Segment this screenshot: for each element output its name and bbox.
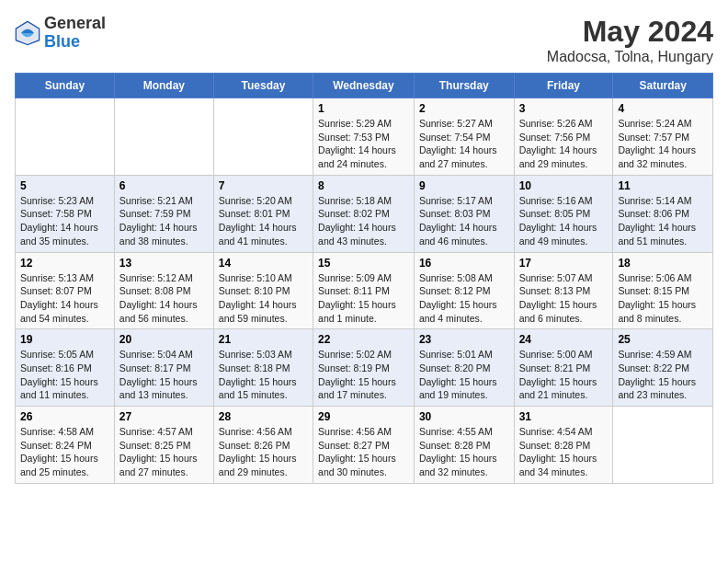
day-info: Sunrise: 5:16 AM Sunset: 8:05 PM Dayligh…: [519, 194, 609, 248]
calendar-cell: 5Sunrise: 5:23 AM Sunset: 7:58 PM Daylig…: [16, 175, 115, 252]
calendar-cell: [213, 98, 313, 176]
day-number: 4: [618, 102, 708, 115]
calendar-cell: 16Sunrise: 5:08 AM Sunset: 8:12 PM Dayli…: [414, 252, 514, 329]
day-number: 28: [219, 410, 308, 423]
day-info: Sunrise: 5:24 AM Sunset: 7:57 PM Dayligh…: [618, 117, 708, 171]
title-block: May 2024 Madocsa, Tolna, Hungary: [547, 15, 713, 65]
day-info: Sunrise: 5:08 AM Sunset: 8:12 PM Dayligh…: [419, 271, 509, 326]
day-number: 29: [318, 410, 409, 423]
day-info: Sunrise: 5:26 AM Sunset: 7:56 PM Dayligh…: [519, 117, 609, 171]
day-info: Sunrise: 5:03 AM Sunset: 8:18 PM Dayligh…: [219, 348, 308, 402]
calendar-cell: 3Sunrise: 5:26 AM Sunset: 7:56 PM Daylig…: [514, 98, 613, 176]
day-info: Sunrise: 4:55 AM Sunset: 8:28 PM Dayligh…: [419, 425, 509, 479]
day-info: Sunrise: 5:02 AM Sunset: 8:19 PM Dayligh…: [318, 348, 409, 402]
calendar-cell: 18Sunrise: 5:06 AM Sunset: 8:15 PM Dayli…: [613, 252, 713, 329]
calendar-title: May 2024: [547, 15, 713, 49]
calendar-cell: 8Sunrise: 5:18 AM Sunset: 8:02 PM Daylig…: [313, 175, 415, 252]
day-number: 20: [119, 333, 209, 346]
day-number: 6: [119, 179, 209, 192]
day-number: 14: [219, 257, 308, 270]
day-info: Sunrise: 5:18 AM Sunset: 8:02 PM Dayligh…: [318, 194, 409, 248]
calendar-cell: 23Sunrise: 5:01 AM Sunset: 8:20 PM Dayli…: [414, 329, 514, 407]
calendar-week-row: 12Sunrise: 5:13 AM Sunset: 8:07 PM Dayli…: [16, 252, 713, 329]
day-info: Sunrise: 4:56 AM Sunset: 8:27 PM Dayligh…: [318, 425, 409, 479]
calendar-cell: 9Sunrise: 5:17 AM Sunset: 8:03 PM Daylig…: [414, 175, 514, 252]
page-header: General Blue May 2024 Madocsa, Tolna, Hu…: [15, 15, 713, 65]
day-info: Sunrise: 5:21 AM Sunset: 7:59 PM Dayligh…: [119, 194, 209, 248]
day-info: Sunrise: 4:54 AM Sunset: 8:28 PM Dayligh…: [519, 425, 609, 479]
calendar-cell: [114, 98, 213, 176]
day-number: 3: [519, 102, 609, 115]
day-info: Sunrise: 5:14 AM Sunset: 8:06 PM Dayligh…: [618, 194, 708, 248]
calendar-cell: 28Sunrise: 4:56 AM Sunset: 8:26 PM Dayli…: [213, 407, 313, 484]
day-info: Sunrise: 4:58 AM Sunset: 8:24 PM Dayligh…: [20, 425, 109, 479]
day-number: 23: [419, 333, 509, 346]
day-number: 2: [419, 102, 509, 115]
logo-text: General Blue: [44, 15, 106, 52]
day-number: 12: [20, 257, 109, 270]
day-number: 22: [318, 333, 409, 346]
day-number: 13: [119, 257, 209, 270]
calendar-cell: 4Sunrise: 5:24 AM Sunset: 7:57 PM Daylig…: [613, 98, 713, 176]
calendar-cell: 21Sunrise: 5:03 AM Sunset: 8:18 PM Dayli…: [213, 329, 313, 407]
day-info: Sunrise: 5:06 AM Sunset: 8:15 PM Dayligh…: [618, 271, 708, 326]
calendar-cell: 30Sunrise: 4:55 AM Sunset: 8:28 PM Dayli…: [414, 407, 514, 484]
weekday-header: Sunday: [16, 74, 115, 98]
day-number: 21: [219, 333, 308, 346]
calendar-cell: 6Sunrise: 5:21 AM Sunset: 7:59 PM Daylig…: [114, 175, 213, 252]
day-number: 19: [20, 333, 109, 346]
logo-line1: General: [44, 15, 106, 33]
calendar-cell: 7Sunrise: 5:20 AM Sunset: 8:01 PM Daylig…: [213, 175, 313, 252]
day-number: 9: [419, 179, 509, 192]
calendar-cell: 31Sunrise: 4:54 AM Sunset: 8:28 PM Dayli…: [514, 407, 613, 484]
day-info: Sunrise: 5:05 AM Sunset: 8:16 PM Dayligh…: [20, 348, 109, 402]
day-number: 15: [318, 257, 409, 270]
calendar-week-row: 19Sunrise: 5:05 AM Sunset: 8:16 PM Dayli…: [16, 329, 713, 407]
calendar-cell: 25Sunrise: 4:59 AM Sunset: 8:22 PM Dayli…: [613, 329, 713, 407]
day-number: 7: [219, 179, 308, 192]
day-number: 11: [618, 179, 708, 192]
day-number: 27: [119, 410, 209, 423]
day-number: 30: [419, 410, 509, 423]
calendar-cell: 27Sunrise: 4:57 AM Sunset: 8:25 PM Dayli…: [114, 407, 213, 484]
day-number: 25: [618, 333, 708, 346]
day-info: Sunrise: 5:20 AM Sunset: 8:01 PM Dayligh…: [219, 194, 308, 248]
logo-line2: Blue: [44, 33, 106, 52]
day-info: Sunrise: 5:17 AM Sunset: 8:03 PM Dayligh…: [419, 194, 509, 248]
day-info: Sunrise: 5:29 AM Sunset: 7:53 PM Dayligh…: [318, 117, 409, 171]
calendar-week-row: 26Sunrise: 4:58 AM Sunset: 8:24 PM Dayli…: [16, 407, 713, 484]
calendar-cell: 24Sunrise: 5:00 AM Sunset: 8:21 PM Dayli…: [514, 329, 613, 407]
day-info: Sunrise: 5:13 AM Sunset: 8:07 PM Dayligh…: [20, 271, 109, 326]
weekday-header: Tuesday: [213, 74, 313, 98]
calendar-cell: 10Sunrise: 5:16 AM Sunset: 8:05 PM Dayli…: [514, 175, 613, 252]
weekday-header: Saturday: [613, 74, 713, 98]
day-info: Sunrise: 5:00 AM Sunset: 8:21 PM Dayligh…: [519, 348, 609, 402]
calendar-subtitle: Madocsa, Tolna, Hungary: [547, 49, 713, 65]
day-number: 24: [519, 333, 609, 346]
calendar-cell: 26Sunrise: 4:58 AM Sunset: 8:24 PM Dayli…: [16, 407, 115, 484]
day-info: Sunrise: 5:23 AM Sunset: 7:58 PM Dayligh…: [20, 194, 109, 248]
day-info: Sunrise: 4:56 AM Sunset: 8:26 PM Dayligh…: [219, 425, 308, 479]
calendar-cell: 14Sunrise: 5:10 AM Sunset: 8:10 PM Dayli…: [213, 252, 313, 329]
day-info: Sunrise: 5:10 AM Sunset: 8:10 PM Dayligh…: [219, 271, 308, 326]
day-number: 31: [519, 410, 609, 423]
calendar-cell: 12Sunrise: 5:13 AM Sunset: 8:07 PM Dayli…: [16, 252, 115, 329]
weekday-header-row: SundayMondayTuesdayWednesdayThursdayFrid…: [16, 74, 713, 98]
day-number: 17: [519, 257, 609, 270]
calendar-cell: [16, 98, 115, 176]
day-number: 10: [519, 179, 609, 192]
calendar-week-row: 1Sunrise: 5:29 AM Sunset: 7:53 PM Daylig…: [16, 98, 713, 176]
day-number: 18: [618, 257, 708, 270]
day-number: 8: [318, 179, 409, 192]
weekday-header: Monday: [114, 74, 213, 98]
day-number: 1: [318, 102, 409, 115]
weekday-header: Thursday: [414, 74, 514, 98]
weekday-header: Wednesday: [313, 74, 415, 98]
calendar-cell: [613, 407, 713, 484]
day-info: Sunrise: 5:04 AM Sunset: 8:17 PM Dayligh…: [119, 348, 209, 402]
day-info: Sunrise: 4:59 AM Sunset: 8:22 PM Dayligh…: [618, 348, 708, 402]
day-info: Sunrise: 4:57 AM Sunset: 8:25 PM Dayligh…: [119, 425, 209, 479]
weekday-header: Friday: [514, 74, 613, 98]
calendar-cell: 13Sunrise: 5:12 AM Sunset: 8:08 PM Dayli…: [114, 252, 213, 329]
calendar-cell: 29Sunrise: 4:56 AM Sunset: 8:27 PM Dayli…: [313, 407, 415, 484]
